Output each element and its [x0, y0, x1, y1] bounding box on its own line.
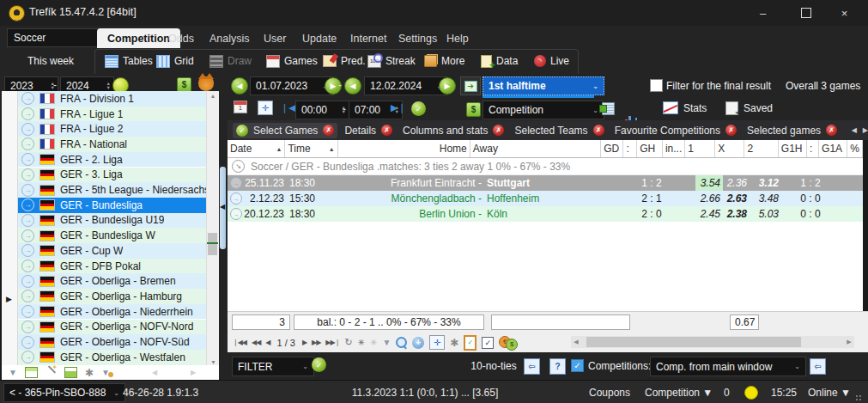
open-arrow-icon[interactable]: → [21, 92, 34, 105]
col-time[interactable]: Time▲ [285, 140, 337, 157]
splitter[interactable]: ◀ [219, 74, 228, 380]
fast-forward-icon[interactable]: ▶▶ [312, 339, 320, 346]
sidebar-item[interactable]: →GER - Oberliga - NOFV-Nord [18, 320, 210, 335]
coins-icon[interactable] [499, 336, 516, 349]
window-icon[interactable] [25, 367, 38, 378]
tab-columns-stats[interactable]: Columns and stats ✗ [399, 123, 507, 138]
asterisk-icon[interactable]: ✳ [358, 338, 365, 347]
time-apply-button[interactable]: ✓ [411, 101, 426, 116]
time-from-spinner[interactable]: 00:00 ▲▼ [295, 101, 349, 119]
maximize-button[interactable] [786, 0, 825, 26]
sidebar-item-selected[interactable]: →GER - Bundesliga [18, 198, 210, 213]
minimize-button[interactable]: – [744, 0, 782, 26]
help-button[interactable]: ? [549, 358, 566, 375]
menu-user[interactable]: User [253, 28, 296, 48]
tab-selected-teams[interactable]: Selected Teams ✗ [511, 123, 607, 138]
move-icon[interactable]: ✛ [258, 101, 273, 115]
open-arrow-icon[interactable]: → [21, 229, 34, 242]
close-tab-icon[interactable]: ✗ [725, 125, 737, 136]
sidebar-item[interactable]: →FRA - Division 1 [18, 91, 210, 107]
collapse-group-icon[interactable]: ↘ [232, 160, 245, 173]
money-icon[interactable]: $ [177, 77, 191, 92]
open-arrow-icon[interactable]: → [21, 168, 34, 181]
open-match-icon[interactable]: → [230, 208, 242, 220]
back-icon[interactable]: ◀ [265, 339, 270, 346]
gear-icon[interactable]: ✱ [450, 337, 458, 349]
live-button[interactable]: ◝Live [531, 52, 573, 70]
more-button[interactable]: More [421, 52, 468, 70]
sidebar-item[interactable]: →FRA - National [18, 137, 210, 152]
sidebar-item[interactable]: →GER - 5th League - Niedersachs... [18, 182, 210, 198]
open-arrow-icon[interactable]: → [21, 107, 34, 120]
open-arrow-icon[interactable]: → [21, 123, 34, 136]
time-skip-end-button[interactable]: ▶❘ [391, 102, 406, 113]
scroll-down-icon[interactable]: ▼ [210, 359, 216, 365]
sidebar-item[interactable]: →GER - Bundesliga U19 [18, 213, 210, 229]
sidebar-item[interactable]: →GER - 2. Liga [18, 152, 210, 168]
sport-select[interactable]: Soccer ⌄ [7, 28, 108, 47]
refresh-icon[interactable]: ↻ [344, 337, 352, 348]
bookmaker-select[interactable]: < - 365-Pin-SBO-888 ⌄ [3, 383, 125, 402]
date-to-next-button[interactable]: ▶ [439, 77, 456, 95]
table-row[interactable]: →2.12.23 15:30 Mönchengladbach Hoffenhei… [228, 191, 863, 206]
close-tab-icon[interactable]: ✗ [381, 125, 392, 136]
forward-icon[interactable]: ▶ [302, 339, 307, 346]
scroll-up-icon[interactable]: ▲ [210, 93, 216, 99]
magic-wand-icon[interactable] [46, 367, 57, 378]
stats-button[interactable]: Stats [663, 101, 707, 114]
scroll-left-icon[interactable]: ◀ [571, 339, 581, 345]
open-arrow-icon[interactable]: → [21, 336, 34, 349]
open-arrow-icon[interactable]: → [21, 275, 34, 288]
open-arrow-icon[interactable]: → [21, 153, 34, 166]
checkbox-icon[interactable]: ✓ [482, 337, 494, 349]
resize-grip[interactable] [855, 394, 863, 402]
spinner-arrows-icon[interactable]: ▲▼ [106, 82, 111, 90]
export-left-button[interactable]: ⇦ [524, 358, 540, 375]
sidebar-item[interactable]: →GER - Oberliga - Westfalen [18, 350, 210, 365]
open-arrow-icon[interactable]: → [21, 137, 34, 150]
filter-funnel-icon[interactable]: ▼ [382, 338, 391, 347]
col-odds-2[interactable]: 2 [744, 140, 778, 157]
data-button[interactable]: Data [477, 52, 521, 70]
export-right-button[interactable]: ⇦ [810, 358, 826, 375]
open-arrow-icon[interactable]: → [21, 260, 34, 272]
tab-details[interactable]: Details ✗ [341, 123, 396, 138]
sidebar-item[interactable]: →GER - Cup W [18, 243, 210, 259]
fast-back-icon[interactable]: ◀◀ [252, 339, 260, 346]
coupons-button[interactable]: Coupons [589, 387, 630, 399]
open-match-icon[interactable]: → [230, 192, 242, 205]
menu-help[interactable]: Help [436, 28, 479, 48]
close-tab-icon[interactable]: ✗ [323, 125, 334, 136]
open-arrow-icon[interactable]: → [21, 198, 34, 211]
list-view-icon[interactable] [602, 102, 615, 115]
col-g1a[interactable]: G1A [819, 140, 847, 157]
competitions-checkbox[interactable]: ✓ [571, 359, 584, 372]
tables-button[interactable]: Tables [101, 52, 156, 70]
tab-favourite-competitions[interactable]: Favourite Competitions ✗ [611, 123, 740, 138]
table-row[interactable]: →25.11.23 18:30 Frankfurt Eintracht Stut… [228, 175, 863, 191]
sidebar-item[interactable]: →GER - DFB Pokal [18, 259, 210, 274]
close-button[interactable]: × [825, 0, 864, 26]
sidebar-item[interactable]: →GER - Oberliga - Bremen [18, 273, 210, 289]
filter-funnel-icon[interactable]: ▼ [9, 368, 17, 377]
date-to-select[interactable]: 12.02.2024 ⌄ [364, 76, 448, 95]
menu-update[interactable]: Update [292, 28, 347, 48]
col-odds-1[interactable]: 1 [685, 140, 715, 157]
scroll-left-icon[interactable]: ◀ [152, 369, 157, 376]
tab-select-games[interactable]: ✓ Select Games ✗ [233, 123, 337, 138]
close-tab-icon[interactable]: ✗ [826, 125, 837, 136]
open-match-icon[interactable]: → [230, 177, 242, 189]
apply-period-button[interactable]: ➔ [460, 76, 481, 95]
sidebar-item[interactable]: →GER - Bundesliga W [18, 228, 210, 243]
col-in[interactable]: in... [663, 140, 685, 157]
open-arrow-icon[interactable]: → [21, 290, 34, 302]
clipboard-icon[interactable]: ✓ [464, 335, 476, 351]
tabs-right-icon[interactable]: ▶ [863, 126, 868, 134]
open-arrow-icon[interactable]: → [21, 184, 34, 197]
gear-icon[interactable]: ✱ [85, 367, 94, 379]
close-tab-icon[interactable]: ✗ [493, 125, 504, 136]
open-arrow-icon[interactable]: → [21, 214, 34, 227]
scrollbar-thumb[interactable] [586, 337, 801, 347]
col-away[interactable]: Away [470, 140, 601, 157]
col-date[interactable]: Date▲ [228, 140, 285, 157]
